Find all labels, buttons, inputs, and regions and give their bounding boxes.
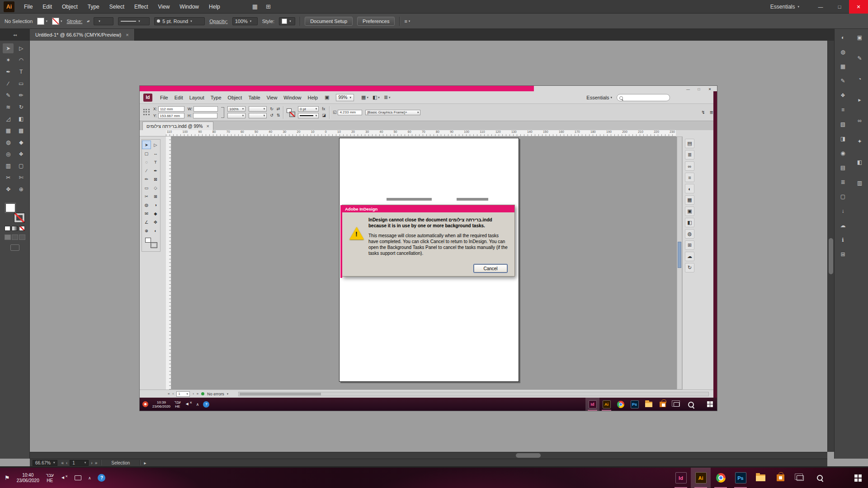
zoom-tool[interactable]: ⊕ xyxy=(16,184,27,194)
show-hidden-icons-chevron[interactable]: ∧ xyxy=(196,402,199,407)
line-segment-tool[interactable]: ∕ xyxy=(3,79,14,89)
bridge-icon[interactable]: ▦ xyxy=(252,3,258,10)
eyedropper-tool[interactable]: ◆ xyxy=(16,137,27,147)
rectangle-tool[interactable]: ▭ xyxy=(142,184,151,192)
screen-mode-button[interactable] xyxy=(10,244,19,251)
task-view-button[interactable] xyxy=(790,468,810,488)
content-collector-tool[interactable]: ◌ xyxy=(142,158,151,166)
view-options-icon[interactable]: ▦▾ xyxy=(361,94,368,100)
variables-panel-icon[interactable]: ▥ xyxy=(854,178,866,188)
navigator-panel-icon[interactable]: ⊞ xyxy=(837,249,849,259)
volume-muted-icon[interactable] xyxy=(185,401,192,407)
panel-menu-icon[interactable]: ≣ xyxy=(710,110,713,115)
canvas-horizontal-scrollbar[interactable] xyxy=(30,452,827,459)
start-button[interactable] xyxy=(848,468,868,488)
minimize-button[interactable]: — xyxy=(684,86,692,92)
menu-item[interactable]: View xyxy=(153,0,175,14)
menu-item[interactable]: View xyxy=(264,91,281,104)
language-indicator[interactable]: עבר HE xyxy=(175,400,181,408)
shape-builder-tool[interactable]: ◧ xyxy=(16,114,27,124)
appearance-panel-icon[interactable]: ◉ xyxy=(837,148,849,158)
width-tool[interactable]: ≋ xyxy=(3,102,14,112)
swatches-panel-icon[interactable]: ▦ xyxy=(837,61,849,71)
layers-panel-icon[interactable]: ≣ xyxy=(685,150,694,160)
next-artboard-button[interactable]: › xyxy=(91,460,92,465)
text-wrap-panel-icon[interactable]: ◧ xyxy=(685,218,694,227)
show-hidden-icons-chevron[interactable]: ∧ xyxy=(88,476,91,480)
menu-item[interactable]: Window xyxy=(280,91,304,104)
scissors-tool[interactable]: ✂ xyxy=(142,192,151,200)
free-transform-tool[interactable]: ⊞ xyxy=(151,192,160,200)
stroke-weight-select[interactable]: ▾ xyxy=(94,17,113,25)
menu-item[interactable]: Layout xyxy=(186,91,208,104)
document-tab[interactable]: ברירתה צילומים.indd @ 99% × xyxy=(142,122,213,130)
fill-swatch[interactable] xyxy=(37,18,44,25)
width-field[interactable] xyxy=(193,106,218,112)
illustrator-app-icon[interactable]: Ai xyxy=(4,1,14,12)
taskbar-clock[interactable]: 10:40 23/06/2020 xyxy=(17,473,39,483)
flip-horizontal-icon[interactable]: ⇄ xyxy=(277,107,280,112)
chrome-taskbar-button[interactable] xyxy=(711,468,731,488)
pen-tool[interactable]: ✒ xyxy=(151,167,160,174)
object-styles-panel-icon[interactable]: ▣ xyxy=(685,206,694,216)
layers-panel-icon[interactable]: ≣ xyxy=(837,177,849,187)
fill-stroke-indicator[interactable] xyxy=(287,108,295,117)
rotation-angle-select[interactable]: ▾ xyxy=(249,106,267,112)
chevron-down-icon[interactable]: ▾ xyxy=(227,392,229,396)
measure-tool[interactable]: ∠ xyxy=(142,218,151,226)
taskbar-clock[interactable]: 10:39 23/06/2020 xyxy=(152,400,170,408)
links-panel-icon[interactable]: ∞ xyxy=(854,116,866,126)
illustrator-taskbar-button[interactable]: Ai xyxy=(691,468,711,488)
effects-icon[interactable]: fx xyxy=(322,107,326,112)
next-page-button[interactable]: › xyxy=(193,392,194,396)
scale-tool[interactable]: ◿ xyxy=(3,114,14,124)
rotate-tool[interactable]: ↻ xyxy=(16,102,27,112)
selection-tool[interactable]: ➤ xyxy=(142,141,151,149)
indesign-taskbar-button[interactable]: Id xyxy=(585,398,599,411)
lasso-tool[interactable]: ◠ xyxy=(16,55,27,65)
stroke-panel-icon[interactable]: ≡ xyxy=(685,173,694,182)
stroke-panel-link[interactable]: Stroke: xyxy=(66,19,82,24)
gradient-tool[interactable]: ◍ xyxy=(3,137,14,147)
brush-definition-select[interactable]: 5 pt. Round ▾ xyxy=(154,17,205,25)
links-panel-icon[interactable]: ∞ xyxy=(685,161,694,171)
bridge-icon[interactable]: ▣ xyxy=(323,94,331,100)
menu-item[interactable]: Window xyxy=(175,0,204,14)
eyedropper-tool[interactable]: ◆ xyxy=(151,210,160,217)
close-tab-icon[interactable]: × xyxy=(206,123,209,129)
stroke-swatch[interactable] xyxy=(290,112,295,117)
actions-panel-icon[interactable]: ▸ xyxy=(854,95,866,105)
info-panel-icon[interactable]: ℹ xyxy=(837,235,849,245)
align-options-control[interactable]: ≡ ▾ xyxy=(404,19,410,24)
scrollbar-thumb[interactable] xyxy=(516,453,541,458)
indesign-app-icon[interactable]: Id xyxy=(143,94,152,102)
menu-item[interactable]: Type xyxy=(83,0,104,14)
menu-item[interactable]: Edit xyxy=(171,91,186,104)
symbols-panel-icon[interactable]: ❖ xyxy=(837,90,849,100)
rotate-90-ccw-icon[interactable]: ↺ xyxy=(270,113,274,118)
last-artboard-button[interactable]: » xyxy=(95,460,98,465)
display-icon[interactable] xyxy=(75,475,81,480)
stroke-swatch-control[interactable]: ▾ xyxy=(52,18,62,25)
none-mode-button[interactable] xyxy=(19,226,25,231)
effects-panel-icon[interactable]: ◍ xyxy=(685,229,694,239)
document-tab[interactable]: Untitled-1* @ 66.67% (CMYK/Preview) × xyxy=(30,29,135,41)
rotate-90-cw-icon[interactable]: ↻ xyxy=(270,107,274,112)
style-select[interactable]: ▾ xyxy=(279,17,295,25)
collapse-panel-icon[interactable]: ◂◂ xyxy=(0,33,30,37)
scissors-tool[interactable]: ✄ xyxy=(16,173,27,183)
screen-mode-icon[interactable]: ◧▾ xyxy=(373,94,380,100)
object-style-select[interactable]: [Basic Graphics Frame]+▾ xyxy=(365,110,420,115)
volume-muted-icon[interactable] xyxy=(61,475,68,481)
y-position-field[interactable]: 153.667 mm xyxy=(158,113,184,118)
preflight-status-icon[interactable] xyxy=(201,392,204,395)
file-explorer-taskbar-button[interactable] xyxy=(750,468,770,488)
scrollbar-thumb[interactable] xyxy=(678,242,681,268)
artboards-panel-icon[interactable]: ▢ xyxy=(837,192,849,202)
stroke-swatch[interactable] xyxy=(52,18,59,25)
flip-vertical-icon[interactable]: ⇅ xyxy=(277,113,280,118)
selection-tool[interactable]: ➤ xyxy=(3,43,14,53)
canvas-horizontal-scrollbar[interactable] xyxy=(238,392,709,396)
zoom-level-select[interactable]: 99% ▾ xyxy=(336,94,354,101)
scale-x-select[interactable]: 100%▾ xyxy=(227,106,245,112)
